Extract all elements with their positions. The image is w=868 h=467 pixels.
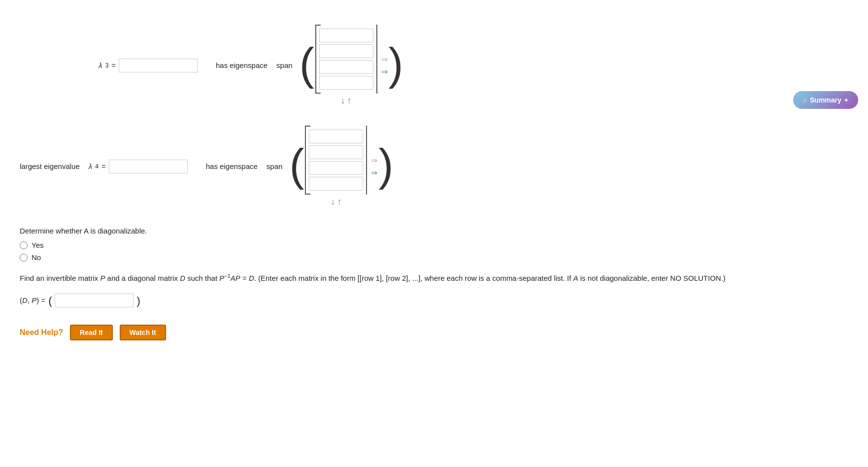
matrix4-side-arrows: ⇒ ⇒	[371, 156, 377, 177]
matrix3-cell-4[interactable]	[319, 76, 373, 90]
dp-label: (D, P) =	[20, 294, 45, 307]
yes-label: Yes	[32, 241, 43, 249]
arrow-up-1-4: ↑	[337, 197, 341, 207]
dp-open-paren: (	[48, 292, 52, 310]
dp-close-paren: )	[136, 292, 140, 310]
equals-sign-4: =	[101, 162, 106, 170]
diagonalizable-question: Determine whether A is diagonalizable.	[20, 227, 768, 235]
span-4: span	[267, 162, 283, 170]
arrow-gray-3: ⇒	[381, 55, 388, 64]
find-matrix-section: Find an invertible matrix P and a diagon…	[20, 271, 768, 310]
matrix4-bracket	[305, 126, 367, 195]
arrow-green-3: ⇒	[381, 67, 388, 76]
matrix3-cell-1[interactable]	[319, 29, 373, 42]
find-matrix-description: Find an invertible matrix P and a diagon…	[20, 271, 768, 285]
arrow-green-4: ⇒	[371, 168, 377, 177]
matrix3-bracket	[315, 25, 377, 94]
largest-eigenvalue-label: largest eigenvalue	[20, 162, 80, 170]
arrow-gray-4: ⇒	[371, 156, 377, 165]
need-help-section: Need Help? Read It Watch It	[20, 325, 768, 340]
paren-right-3: )	[389, 44, 403, 86]
has-eigenspace-4: has eigenspace	[206, 162, 258, 170]
paren-left-4: (	[289, 145, 304, 187]
watch-it-button[interactable]: Watch It	[120, 325, 166, 340]
diagonalizable-section: Determine whether A is diagonalizable. Y…	[20, 227, 768, 262]
matrix3-cell-2[interactable]	[319, 44, 373, 58]
no-label: No	[32, 253, 41, 262]
matrix4-cell-4[interactable]	[309, 177, 363, 191]
lambda4-input[interactable]	[109, 160, 188, 173]
yes-option[interactable]: Yes	[20, 241, 768, 249]
no-option[interactable]: No	[20, 253, 768, 262]
need-help-label: Need Help?	[20, 328, 63, 337]
paren-left-3: (	[300, 44, 314, 86]
span-3: span	[276, 61, 293, 69]
summary-icon: ○	[803, 96, 807, 104]
matrix4-cell-1[interactable]	[309, 130, 363, 143]
arrow-up-1-3: ↑	[347, 96, 352, 106]
lambda3-symbol: λ	[99, 61, 102, 69]
summary-plus: +	[844, 96, 848, 104]
summary-button[interactable]: ○ Summary +	[793, 91, 858, 109]
matrix4-bottom-arrows: ↓ ↑	[331, 197, 341, 207]
yes-radio[interactable]	[20, 241, 28, 249]
lambda4-symbol: λ	[89, 162, 92, 170]
matrix4-cell-3[interactable]	[309, 161, 363, 175]
lambda3-subscript: 3	[105, 62, 108, 69]
lambda4-subscript: 4	[95, 163, 99, 170]
arrow-down-1-3: ↓	[341, 96, 345, 106]
has-eigenspace-3: has eigenspace	[216, 61, 267, 69]
paren-right-4: )	[378, 145, 393, 187]
summary-label: Summary	[810, 96, 841, 104]
dp-row: (D, P) = ( )	[20, 292, 768, 310]
arrow-down-1-4: ↓	[331, 197, 335, 207]
read-it-button[interactable]: Read It	[70, 325, 113, 340]
no-radio[interactable]	[20, 254, 28, 262]
matrix3-cell-3[interactable]	[319, 60, 373, 74]
matrix4-cell-2[interactable]	[309, 145, 363, 159]
matrix3-side-arrows: ⇒ ⇒	[381, 55, 388, 76]
matrix3-wrapper: ↓ ↑	[315, 25, 377, 106]
dp-input[interactable]	[55, 294, 134, 307]
matrix3-container: ( ↓ ↑ ⇒ ⇒ )	[300, 25, 403, 106]
matrix3-bottom-arrows: ↓ ↑	[341, 96, 352, 106]
matrix4-container: ( ↓ ↑ ⇒ ⇒ )	[289, 126, 393, 207]
matrix4-wrapper: ↓ ↑	[305, 126, 367, 207]
equals-sign-3: =	[111, 61, 116, 69]
lambda3-input[interactable]	[119, 59, 198, 72]
